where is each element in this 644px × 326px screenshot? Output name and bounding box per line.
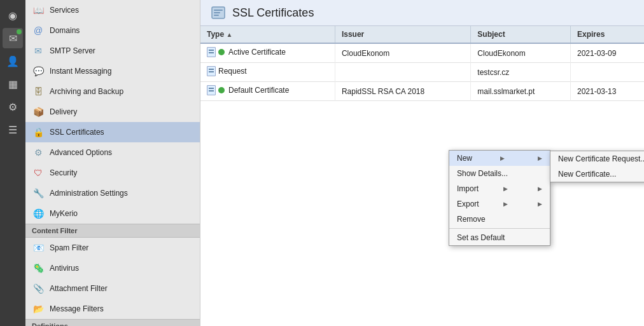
domains-icon: @: [32, 24, 45, 37]
sidebar-label-advanced: Advanced Options: [50, 148, 112, 157]
row-type: Request: [200, 63, 335, 82]
col-expires[interactable]: Expires: [570, 26, 644, 43]
svg-rect-3: [214, 15, 219, 16]
sidebar-item-attachment-filter[interactable]: 📎 Attachment Filter: [25, 278, 200, 299]
sort-arrow-type: ▲: [226, 31, 232, 38]
sidebar-label-ssl: SSL Certificates: [50, 128, 104, 137]
row-subject: testcsr.cz: [471, 63, 571, 82]
svg-rect-2: [214, 12, 220, 13]
sidebar-item-archiving[interactable]: 🗄 Archiving and Backup: [25, 81, 200, 102]
sidebar: 📖 Services @ Domains ✉ SMTP Server 💬 Ins…: [25, 0, 200, 326]
services-icon: 📖: [32, 4, 45, 17]
table-row[interactable]: Default Certificate RapidSSL RSA CA 2018…: [200, 82, 644, 101]
row-subject: CloudEkonom: [471, 43, 571, 63]
col-subject[interactable]: Subject: [471, 26, 571, 43]
sidebar-label-msgfilter: Message Filters: [50, 304, 104, 313]
sidebar-item-delivery[interactable]: 📦 Delivery: [25, 102, 200, 122]
context-menu-separator: [449, 228, 550, 229]
submenu-item-new-cert[interactable]: New Certificate...: [550, 166, 644, 182]
sidebar-item-smtp[interactable]: ✉ SMTP Server: [25, 41, 200, 61]
sidebar-label-smtp: SMTP Server: [50, 46, 95, 55]
main-content: SSL Certificates Type ▲ Issuer Subject: [200, 0, 644, 326]
delivery-icon: 📦: [32, 105, 45, 118]
export-arrow-icon: ▶: [503, 201, 508, 207]
certificates-table: Type ▲ Issuer Subject Expires: [200, 26, 644, 101]
submenu-new: New Certificate Request... New Certifica…: [550, 151, 644, 182]
admin-icon: 🔧: [32, 187, 45, 200]
sidebar-label-security: Security: [50, 168, 77, 177]
sidebar-item-domains[interactable]: @ Domains: [25, 20, 200, 41]
antivirus-icon: 🦠: [32, 262, 45, 275]
submenu-arrow-icon: ▶: [500, 155, 505, 161]
sidebar-label-services: Services: [50, 6, 79, 15]
sidebar-label-spam: Spam Filter: [50, 243, 88, 252]
context-menu-set-default[interactable]: Set as Default: [449, 230, 550, 245]
row-expires: 2021-03-13: [570, 82, 644, 101]
table-row[interactable]: Request testcsr.cz: [200, 63, 644, 82]
submenu-item-new-cert-request[interactable]: New Certificate Request...: [550, 151, 644, 166]
contacts-nav-icon[interactable]: 👤: [3, 51, 23, 71]
row-issuer: [335, 63, 470, 82]
sidebar-item-spam-filter[interactable]: 📧 Spam Filter: [25, 238, 200, 258]
msgfilter-icon: 📂: [32, 302, 45, 315]
sidebar-label-delivery: Delivery: [50, 107, 77, 116]
svg-rect-1: [214, 10, 223, 11]
sidebar-item-services[interactable]: 📖 Services: [25, 0, 200, 20]
settings-nav-icon[interactable]: ⚙: [3, 97, 23, 117]
mail-nav-icon[interactable]: ✉: [3, 28, 23, 48]
ssl-icon: 🔒: [32, 126, 45, 139]
import-arrow-icon: ▶: [503, 186, 508, 192]
row-subject: mail.sslmarket.pt: [471, 82, 571, 101]
cert-doc-icon: [207, 85, 216, 95]
row-type: Default Certificate: [200, 82, 335, 101]
context-menu-export[interactable]: Export ▶: [449, 196, 550, 212]
sidebar-item-antivirus[interactable]: 🦠 Antivirus: [25, 258, 200, 278]
col-type[interactable]: Type ▲: [200, 26, 335, 43]
archiving-icon: 🗄: [32, 85, 45, 98]
spam-icon: 📧: [32, 241, 45, 254]
sidebar-label-archiving: Archiving and Backup: [50, 87, 123, 96]
status-nav-icon[interactable]: ◉: [3, 5, 23, 25]
cert-doc-icon: [207, 47, 216, 57]
cert-doc-icon: [207, 66, 216, 76]
sidebar-item-message-filters[interactable]: 📂 Message Filters: [25, 299, 200, 319]
sidebar-item-advanced-options[interactable]: ⚙ Advanced Options: [25, 142, 200, 163]
definitions-section-header: Definitions: [25, 319, 200, 326]
context-menu-remove[interactable]: Remove: [449, 212, 550, 227]
context-menu-new[interactable]: New ▶ New Certificate Request... New Cer…: [449, 151, 550, 166]
sidebar-label-im: Instant Messaging: [50, 67, 111, 76]
row-expires: 2021-03-09: [570, 43, 644, 63]
row-type: Active Certificate: [200, 43, 335, 63]
icon-bar: ◉ ✉ 👤 ▦ ⚙ ☰: [0, 0, 25, 326]
table-area: Type ▲ Issuer Subject Expires: [200, 26, 644, 326]
page-title: SSL Certificates: [232, 6, 314, 20]
smtp-icon: ✉: [32, 44, 45, 57]
content-filter-section-header: Content Filter: [25, 224, 200, 238]
sidebar-item-security[interactable]: 🛡 Security: [25, 163, 200, 183]
page-header: SSL Certificates: [200, 0, 644, 26]
row-expires: [570, 63, 644, 82]
mail-badge: [17, 29, 22, 34]
security-icon: 🛡: [32, 166, 45, 179]
table-row[interactable]: Active Certificate CloudEkonom CloudEkon…: [200, 43, 644, 63]
sidebar-item-mykerio[interactable]: 🌐 MyKerio: [25, 203, 200, 224]
sidebar-item-ssl[interactable]: 🔒 SSL Certificates: [25, 122, 200, 142]
im-icon: 💬: [32, 65, 45, 78]
mykerio-icon: 🌐: [32, 207, 45, 220]
attachment-icon: 📎: [32, 282, 45, 295]
logs-nav-icon[interactable]: ☰: [3, 119, 23, 140]
active-badge: [218, 49, 225, 55]
col-issuer[interactable]: Issuer: [335, 26, 470, 43]
sidebar-item-admin-settings[interactable]: 🔧 Administration Settings: [25, 183, 200, 203]
context-menu-import[interactable]: Import ▶: [449, 181, 550, 196]
sidebar-label-attachment: Attachment Filter: [50, 284, 108, 293]
sidebar-label-admin: Administration Settings: [50, 189, 128, 198]
context-menu-show-details[interactable]: Show Details...: [449, 166, 550, 181]
context-menu: New ▶ New Certificate Request... New Cer…: [449, 150, 550, 246]
sidebar-label-antivirus: Antivirus: [50, 264, 79, 273]
sidebar-label-domains: Domains: [50, 26, 80, 35]
advanced-icon: ⚙: [32, 146, 45, 159]
stats-nav-icon[interactable]: ▦: [3, 74, 23, 94]
row-issuer: RapidSSL RSA CA 2018: [335, 82, 470, 101]
sidebar-item-instant-messaging[interactable]: 💬 Instant Messaging: [25, 61, 200, 81]
